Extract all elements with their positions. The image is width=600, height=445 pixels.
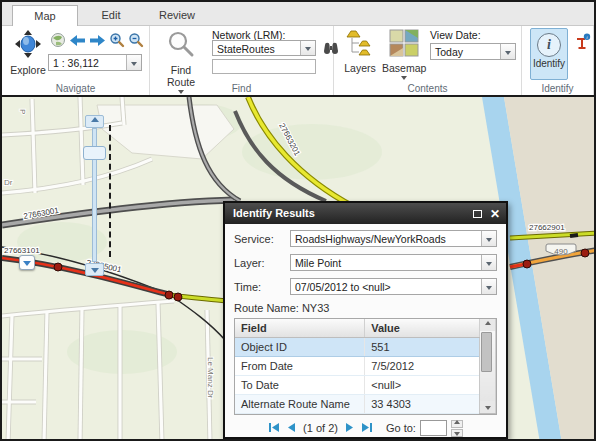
header-value: Value <box>365 319 480 337</box>
previous-extent-arrow-icon[interactable] <box>69 33 86 51</box>
network-lrm-dropdown-button[interactable] <box>300 41 315 55</box>
tab-review[interactable]: Review <box>144 5 210 26</box>
time-dropdown-button[interactable] <box>481 279 496 294</box>
network-lrm-combo[interactable]: StateRoutes <box>212 40 316 56</box>
time-combo[interactable]: 07/05/2012 to <null> <box>290 278 497 295</box>
maximize-icon[interactable] <box>473 210 482 218</box>
map-scale-dropdown-button[interactable] <box>126 55 141 70</box>
map-viewport[interactable]: 490 27663001 27663101 27335001 27663201 … <box>2 95 594 441</box>
chevron-down-icon <box>131 62 137 66</box>
slider-zoom-out-button[interactable] <box>85 263 104 276</box>
scroll-up-button[interactable] <box>480 319 495 331</box>
table-row[interactable]: Object ID 551 <box>235 337 496 356</box>
cell-value: <null> <box>365 375 480 394</box>
explore-button[interactable]: Explore <box>8 29 48 76</box>
identify-button[interactable]: i Identify <box>530 28 568 80</box>
scroll-down-button[interactable] <box>480 401 495 413</box>
cell-value: 33 4303 <box>365 394 480 413</box>
view-date-combo[interactable]: Today <box>430 43 516 60</box>
triangle-down-icon <box>454 432 460 436</box>
table-row[interactable]: Alternate Route Name 33 4303 <box>235 394 496 413</box>
table-row[interactable]: To Date <null> <box>235 375 496 394</box>
route-callout-marker[interactable] <box>19 255 35 270</box>
fixed-zoom-out-icon[interactable] <box>128 32 144 52</box>
close-icon[interactable]: ✕ <box>490 209 500 219</box>
chevron-down-icon <box>305 47 311 51</box>
group-label-find: Find <box>150 83 333 94</box>
scrollbar-thumb[interactable] <box>481 332 492 372</box>
group-contents: Layers Basemap <box>334 26 522 95</box>
identify-button-label: Identify <box>531 58 567 69</box>
chevron-down-icon <box>486 262 492 266</box>
street-label-le-manz-dr: Le Manz Dr <box>206 357 215 399</box>
view-date-value: Today <box>431 44 500 59</box>
first-page-button[interactable] <box>268 422 280 433</box>
cell-field: Alternate Route Name <box>235 394 365 413</box>
identify-route-location-icon[interactable]: i <box>574 33 591 54</box>
cell-field: Object ID <box>235 337 365 356</box>
service-value: RoadsHighways/NewYorkRoads <box>291 231 481 246</box>
group-label-identify: Identify <box>522 83 593 94</box>
chevron-down-icon <box>505 51 511 55</box>
map-scale-combo[interactable]: 1 : 36,112 <box>48 54 142 71</box>
tab-map[interactable]: Map <box>12 5 78 26</box>
cell-field: From Date <box>235 356 365 375</box>
table-scrollbar[interactable] <box>480 319 496 413</box>
route-label-27662901: 27662901 <box>529 223 565 232</box>
last-page-button[interactable] <box>361 422 373 433</box>
next-page-button[interactable] <box>345 422 354 433</box>
table-row[interactable]: From Date 7/5/2012 <box>235 356 496 375</box>
layer-combo[interactable]: Mile Point <box>290 254 497 271</box>
goto-spinner[interactable] <box>451 419 463 437</box>
explore-icon <box>12 45 44 62</box>
ribbon: Explore <box>2 26 594 95</box>
group-navigate: Explore <box>2 26 150 95</box>
layer-dropdown-button[interactable] <box>481 255 496 270</box>
spinner-down-button[interactable] <box>451 429 463 437</box>
street-label-dr: Dr <box>4 178 13 187</box>
service-label: Service: <box>234 233 290 245</box>
app-window: Map Edit Review Explore <box>0 0 596 441</box>
spinner-up-button[interactable] <box>451 420 463 428</box>
layers-label: Layers <box>338 62 382 74</box>
view-date-dropdown-button[interactable] <box>500 44 515 59</box>
fixed-zoom-in-icon[interactable] <box>109 32 125 52</box>
cell-value: 7/5/2012 <box>365 356 480 375</box>
triangle-down-icon <box>485 406 491 410</box>
dialog-title: Identify Results <box>233 207 315 219</box>
route-id-input[interactable] <box>212 59 316 74</box>
chevron-down-icon <box>23 261 31 266</box>
group-label-contents: Contents <box>334 83 521 94</box>
next-extent-arrow-icon[interactable] <box>89 33 106 51</box>
network-lrm-value: StateRoutes <box>213 41 300 55</box>
attributes-table: Field Value Object ID <box>234 318 497 415</box>
layers-button[interactable]: Layers <box>338 29 382 74</box>
view-date-label: View Date: <box>430 29 481 41</box>
layer-label: Layer: <box>234 257 290 269</box>
dialog-titlebar[interactable]: Identify Results ✕ <box>225 203 506 224</box>
map-scale-value: 1 : 36,112 <box>49 55 126 70</box>
map-zoom-slider[interactable] <box>82 115 108 277</box>
triangle-up-icon <box>485 321 491 325</box>
page-indicator: (1 of 2) <box>303 422 338 434</box>
basemap-tiles-icon <box>389 43 419 60</box>
group-identify: i Identify i Identify <box>522 26 594 95</box>
time-value: 07/05/2012 to <null> <box>291 279 481 294</box>
slider-zoom-in-button[interactable] <box>85 115 104 128</box>
results-pager: (1 of 2) Go to: <box>234 415 497 441</box>
layers-tree-icon <box>345 43 375 60</box>
cell-field: To Date <box>235 375 365 394</box>
route-name-line: Route Name: NY33 <box>234 302 497 314</box>
service-combo[interactable]: RoadsHighways/NewYorkRoads <box>290 230 497 247</box>
info-circle-icon: i <box>537 33 561 57</box>
goto-label: Go to: <box>386 422 416 434</box>
previous-page-button[interactable] <box>287 422 296 433</box>
goto-page-input[interactable] <box>420 420 447 436</box>
service-dropdown-button[interactable] <box>481 231 496 246</box>
tab-edit[interactable]: Edit <box>78 5 144 26</box>
slider-handle[interactable] <box>83 146 106 160</box>
basemap-button[interactable]: Basemap <box>382 29 426 80</box>
identify-results-dialog: Identify Results ✕ Service: RoadsHighway… <box>223 201 508 439</box>
magnifier-icon <box>166 44 196 61</box>
full-extent-globe-icon[interactable] <box>50 32 66 52</box>
